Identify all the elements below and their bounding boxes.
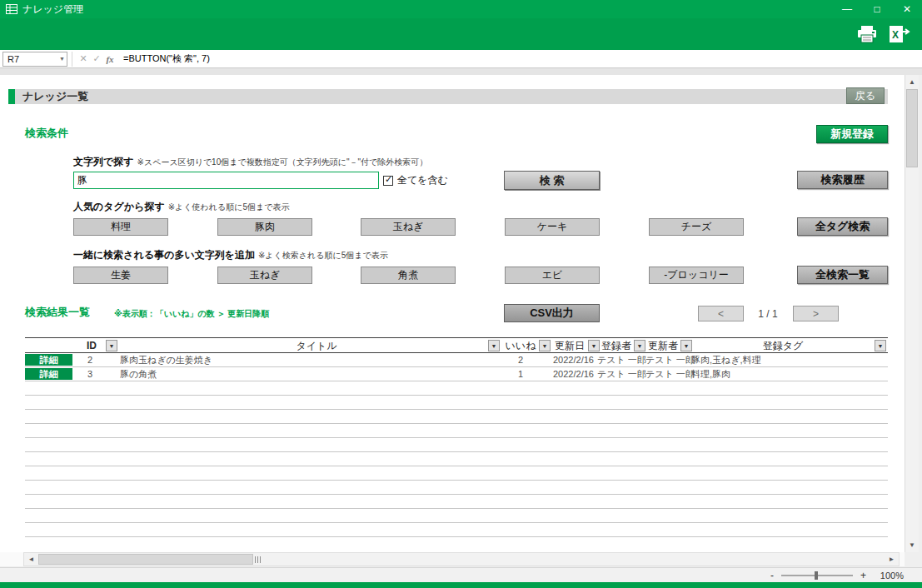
text-search-label: 文字列で探す	[73, 156, 134, 167]
title-accent-bar	[8, 89, 15, 104]
related-term-button[interactable]: 玉ねぎ	[217, 267, 312, 284]
svg-text:X: X	[892, 29, 899, 41]
tag-button[interactable]: 豚肉	[217, 218, 312, 236]
popular-tags-label-row: 人気のタグから探す※よく使われる順に5個まで表示	[73, 200, 290, 214]
formula-bar: R7 ▼ ✕ ✓ fx =BUTTON("検 索", 7)	[0, 50, 922, 68]
table-body: 詳細 2 豚肉玉ねぎの生姜焼き 2 2022/2/16 テスト 一郎 テスト 一…	[25, 353, 888, 537]
related-term-button[interactable]: -ブロッコリー	[649, 267, 744, 284]
excel-export-icon: X	[887, 25, 910, 43]
cell-reference: R7	[7, 54, 19, 64]
scroll-left-icon[interactable]: ◄	[24, 553, 38, 566]
related-term-button[interactable]: 角煮	[361, 267, 456, 284]
h-scroll-thumb[interactable]	[38, 554, 253, 565]
all-searches-button[interactable]: 全検索一覧	[797, 266, 888, 284]
detail-button[interactable]: 詳細	[25, 368, 72, 380]
cell-registrant: テスト 一郎	[597, 354, 644, 366]
table-header: ID ▼ タイトル ▼ いいね ▼ 更新日 ▼ 登録者 ▼ 更新者 ▼ 登録タグ…	[25, 337, 888, 353]
title-bar: ナレッジ管理 — □ ✕	[0, 0, 922, 18]
filter-dropdown-icon[interactable]: ▼	[634, 340, 645, 351]
cell-updated: 2022/2/16	[553, 354, 596, 366]
csv-export-button[interactable]: CSV出力	[504, 304, 600, 322]
popular-tags-note: ※よく使われる順に5個まで表示	[168, 202, 290, 212]
formula-input[interactable]: =BUTTON("検 索", 7)	[123, 52, 210, 65]
v-scroll-thumb[interactable]	[906, 89, 918, 167]
table-row-empty	[25, 452, 888, 466]
new-entry-button[interactable]: 新規登録	[816, 125, 888, 143]
cell-reference-box[interactable]: R7 ▼	[2, 52, 67, 67]
cell-updater: テスト 一郎	[645, 368, 690, 381]
text-search-label-row: 文字列で探す※スペース区切りで10個まで複数指定可（文字列先頭に"－"付で除外検…	[73, 155, 427, 169]
tag-button[interactable]: ケーキ	[505, 218, 600, 236]
search-button[interactable]: 検 索	[504, 171, 600, 190]
zoom-out-button[interactable]: -	[770, 570, 774, 581]
table-row-empty	[25, 424, 888, 438]
popular-tags-label: 人気のタグから探す	[73, 201, 165, 212]
text-search-note: ※スペース区切りで10個まで複数指定可（文字列先頭に"－"付で除外検索可）	[137, 157, 428, 167]
vertical-scrollbar[interactable]: ▲ ▼	[905, 75, 919, 552]
related-term-button[interactable]: 生姜	[73, 267, 168, 284]
zoom-slider[interactable]	[781, 575, 853, 576]
cell-id: 2	[73, 354, 107, 366]
cell-likes: 2	[503, 354, 538, 366]
horizontal-scrollbar[interactable]: ◄ ►	[23, 552, 900, 566]
tag-button[interactable]: 玉ねぎ	[361, 218, 456, 236]
related-terms-label-row: 一緒に検索される事の多い文字列を追加※よく検索される順に5個まで表示	[73, 248, 388, 262]
search-history-button[interactable]: 検索履歴	[797, 171, 888, 189]
table-row-empty	[25, 495, 888, 509]
table-row-empty	[25, 466, 888, 481]
include-all-option[interactable]: ✓ 全てを含む	[383, 173, 448, 187]
filter-dropdown-icon[interactable]: ▼	[488, 340, 500, 351]
name-box-dropdown-icon[interactable]: ▼	[59, 56, 65, 62]
table-row-empty	[25, 509, 888, 523]
tag-button[interactable]: 料理	[73, 218, 168, 236]
detail-button[interactable]: 詳細	[25, 354, 72, 366]
search-conditions-title: 検索条件	[25, 126, 68, 141]
insert-function-icon[interactable]: fx	[103, 52, 117, 67]
include-all-checkbox[interactable]: ✓	[383, 176, 393, 186]
column-header-updated: 更新日	[552, 339, 587, 352]
table-row-empty	[25, 381, 888, 396]
cell-likes: 1	[503, 368, 538, 381]
print-button[interactable]	[855, 24, 879, 44]
app-icon	[6, 4, 17, 14]
maximize-button[interactable]: □	[862, 0, 892, 18]
column-header-title: タイトル	[125, 339, 508, 352]
formula-cancel-icon[interactable]: ✕	[77, 52, 90, 67]
scroll-up-icon[interactable]: ▲	[905, 75, 919, 89]
next-page-button[interactable]: >	[793, 306, 839, 321]
filter-dropdown-icon[interactable]: ▼	[875, 340, 886, 351]
table-row-empty	[25, 396, 888, 410]
checkmark-icon: ✓	[385, 174, 392, 185]
tag-button[interactable]: チーズ	[649, 218, 744, 236]
page-title: ナレッジ一覧	[22, 89, 88, 104]
scroll-right-icon[interactable]: ►	[885, 553, 899, 566]
bottom-accent-bar	[0, 582, 922, 588]
prev-page-button[interactable]: <	[698, 306, 744, 321]
page-indicator: 1 / 1	[746, 306, 790, 321]
related-term-button[interactable]: エビ	[505, 267, 600, 284]
back-button[interactable]: 戻る	[846, 87, 885, 104]
excel-export-button[interactable]: X	[887, 24, 910, 44]
filter-dropdown-icon[interactable]: ▼	[588, 340, 600, 351]
table-empty-rows	[25, 381, 888, 537]
minimize-button[interactable]: —	[832, 0, 862, 18]
include-all-label: 全てを含む	[397, 173, 448, 187]
close-button[interactable]: ✕	[892, 0, 922, 18]
results-sort-note: ※表示順：「いいね」の数 ＞ 更新日降順	[114, 308, 269, 320]
zoom-in-button[interactable]: +	[860, 570, 866, 581]
zoom-slider-thumb[interactable]	[815, 571, 818, 580]
column-header-registrant: 登録者	[599, 339, 634, 352]
results-title: 検索結果一覧	[25, 305, 90, 320]
title-band	[15, 89, 888, 104]
table-row-empty	[25, 410, 888, 424]
cell-updater: テスト 一郎	[645, 354, 690, 366]
filter-dropdown-icon[interactable]: ▼	[106, 340, 117, 351]
filter-dropdown-icon[interactable]: ▼	[680, 340, 692, 351]
all-tags-button[interactable]: 全タグ検索	[797, 217, 888, 236]
cell-tags: 料理,豚肉	[691, 368, 730, 381]
scroll-down-icon[interactable]: ▼	[905, 538, 919, 552]
search-input[interactable]	[73, 172, 379, 189]
filter-dropdown-icon[interactable]: ▼	[539, 340, 551, 351]
h-scroll-grip[interactable]	[255, 556, 262, 563]
formula-confirm-icon[interactable]: ✓	[90, 52, 103, 67]
